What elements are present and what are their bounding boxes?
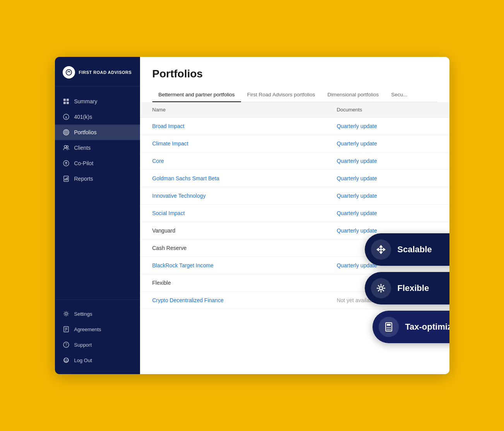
table-row: Cash Reserve (140, 239, 449, 257)
sidebar: First Road Advisors Summary (55, 57, 140, 374)
svg-rect-2 (67, 99, 69, 101)
target-icon (63, 129, 70, 136)
sidebar-item-portfolios-label: Portfolios (74, 129, 97, 135)
sidebar-logo: First Road Advisors (55, 57, 140, 87)
portfolio-doc-cell[interactable]: Quarterly update (324, 222, 449, 239)
portfolio-doc-cell[interactable]: Quarterly update (324, 118, 449, 135)
portfolio-name-cell[interactable]: Social Impact (140, 205, 325, 222)
table-head: Name Documents (140, 102, 449, 118)
tabs-bar: Betterment and partner portfolios First … (152, 88, 437, 102)
table-row: CoreQuarterly update (140, 152, 449, 170)
portfolio-doc-cell[interactable]: Quarterly update (324, 170, 449, 187)
sidebar-item-summary-label: Summary (74, 98, 97, 104)
col-header-documents: Documents (324, 102, 449, 118)
logo-circle (63, 66, 75, 79)
users-icon (63, 144, 70, 151)
col-header-name: Name (140, 102, 325, 118)
table-row: VanguardQuarterly update (140, 222, 449, 239)
reports-icon (63, 175, 70, 182)
sidebar-item-logout[interactable]: Log Out (55, 352, 140, 368)
sidebar-item-copilot[interactable]: Co-Pilot (55, 156, 140, 171)
portfolio-name-cell: Vanguard (140, 222, 325, 239)
portfolio-name-cell[interactable]: Goldman Sachs Smart Beta (140, 170, 325, 187)
sidebar-item-401k[interactable]: $ 401(k)s (55, 109, 140, 125)
portfolio-tbody: Broad ImpactQuarterly updateClimate Impa… (140, 118, 449, 309)
sidebar-item-agreements[interactable]: Agreements (55, 322, 140, 337)
table-row: Flexible (140, 274, 449, 292)
svg-rect-16 (67, 177, 68, 180)
sidebar-item-copilot-label: Co-Pilot (74, 160, 94, 166)
svg-rect-3 (63, 102, 66, 104)
grid-icon (63, 98, 70, 105)
sidebar-item-settings-label: Settings (74, 311, 92, 317)
svg-rect-14 (65, 179, 65, 180)
portfolio-name-cell[interactable]: Core (140, 152, 325, 170)
tab-first-road[interactable]: First Road Advisors portfolios (241, 88, 321, 102)
portfolio-doc-cell[interactable]: Quarterly update (324, 205, 449, 222)
sidebar-item-clients-label: Clients (74, 145, 91, 151)
portfolio-name-cell: Flexible (140, 274, 325, 292)
sidebar-item-clients[interactable]: Clients (55, 140, 140, 156)
portfolio-doc-cell (324, 239, 449, 257)
portfolio-doc-cell[interactable]: Quarterly update (324, 135, 449, 152)
main-header: Portfolios Betterment and partner portfo… (140, 57, 449, 102)
table-row: Broad ImpactQuarterly update (140, 118, 449, 135)
tab-dimensional[interactable]: Dimensional portfolios (321, 88, 385, 102)
svg-point-17 (65, 313, 67, 315)
sidebar-item-support-label: Support (74, 342, 92, 348)
app-name-label: First Road Advisors (79, 70, 132, 75)
table-row: Goldman Sachs Smart BetaQuarterly update (140, 170, 449, 187)
svg-rect-15 (66, 178, 67, 180)
portfolio-name-cell[interactable]: Broad Impact (140, 118, 325, 135)
sidebar-item-reports[interactable]: Reports (55, 171, 140, 186)
tab-betterment[interactable]: Betterment and partner portfolios (152, 88, 241, 102)
table-container: Name Documents Broad ImpactQuarterly upd… (140, 102, 449, 374)
main-content: Portfolios Betterment and partner portfo… (140, 57, 449, 374)
portfolio-doc-cell[interactable]: Quarterly update (324, 152, 449, 170)
sidebar-item-401k-label: 401(k)s (74, 114, 92, 120)
copilot-icon (63, 160, 70, 167)
sidebar-item-portfolios[interactable]: Portfolios (55, 125, 140, 140)
sidebar-item-agreements-label: Agreements (74, 327, 101, 332)
table-row: BlackRock Target IncomeQuarterly update (140, 257, 449, 274)
portfolio-doc-cell: Not yet available (324, 292, 449, 309)
portfolio-name-cell[interactable]: Crypto Decentralized Finance (140, 292, 325, 309)
svg-text:?: ? (65, 343, 67, 347)
table-row: Climate ImpactQuarterly update (140, 135, 449, 152)
portfolio-table: Name Documents Broad ImpactQuarterly upd… (140, 102, 449, 309)
settings-icon (63, 310, 70, 317)
outer-container: First Road Advisors Summary (39, 41, 465, 390)
portfolio-doc-cell[interactable]: Quarterly update (324, 257, 449, 274)
tab-security[interactable]: Secu... (385, 88, 413, 102)
portfolio-name-cell[interactable]: BlackRock Target Income (140, 257, 325, 274)
svg-point-0 (66, 70, 71, 75)
portfolio-doc-cell[interactable]: Quarterly update (324, 187, 449, 205)
main-nav: Summary $ 401(k)s (55, 91, 140, 299)
table-row: Social ImpactQuarterly update (140, 205, 449, 222)
svg-point-9 (65, 132, 67, 133)
portfolio-name-cell: Cash Reserve (140, 239, 325, 257)
svg-text:$: $ (65, 116, 67, 119)
sidebar-bottom: Settings Agreements (55, 299, 140, 374)
sidebar-item-summary[interactable]: Summary (55, 94, 140, 109)
portfolio-doc-cell (324, 274, 449, 292)
app-window: First Road Advisors Summary (55, 57, 449, 374)
support-icon: ? (63, 341, 70, 348)
coin-icon: $ (63, 113, 70, 120)
table-row: Crypto Decentralized FinanceNot yet avai… (140, 292, 449, 309)
portfolio-name-cell[interactable]: Innovative Technology (140, 187, 325, 205)
page-title: Portfolios (152, 68, 437, 80)
portfolio-name-cell[interactable]: Climate Impact (140, 135, 325, 152)
sidebar-item-logout-label: Log Out (74, 357, 92, 363)
svg-rect-4 (67, 102, 69, 104)
agreements-icon (63, 326, 70, 333)
logout-icon (63, 357, 70, 364)
svg-point-11 (66, 146, 68, 148)
sidebar-item-support[interactable]: ? Support (55, 337, 140, 352)
svg-rect-1 (63, 99, 66, 101)
table-row: Innovative TechnologyQuarterly update (140, 187, 449, 205)
sidebar-item-settings[interactable]: Settings (55, 306, 140, 322)
sidebar-item-reports-label: Reports (74, 176, 93, 182)
